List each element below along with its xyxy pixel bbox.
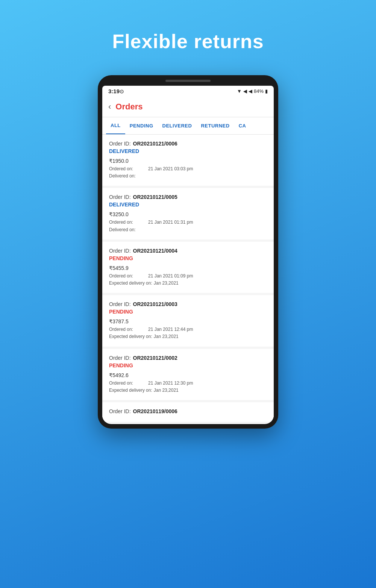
order-amount: ₹3250.0 (109, 211, 267, 217)
order-status: DELIVERED (109, 148, 267, 154)
ordered-on-value: 21 Jan 2021 12:30 pm (148, 380, 193, 387)
status-ring-icon: ⊙ (120, 88, 124, 94)
tab-delivered[interactable]: DELIVERED (158, 118, 197, 134)
secondary-value: Jan 23,2021 (154, 387, 179, 394)
phone-frame: 3:19 ⊙ ▼ ◀ ◀ 84% ▮ ‹ Orders ALL PENDING … (98, 75, 278, 429)
order-id-value: OR20210121/0005 (133, 194, 177, 200)
order-id-label: Order ID: (109, 141, 131, 147)
order-id-value: OR20210121/0006 (133, 141, 177, 147)
status-time: 3:19 (108, 88, 120, 94)
order-id-label: Order ID: (109, 355, 131, 361)
order-id-value: OR20210121/0002 (133, 355, 177, 361)
order-meta: Ordered on: 21 Jan 2021 12:44 pm Expecte… (109, 326, 267, 340)
phone-notch (165, 80, 211, 82)
ordered-on-value: 21 Jan 2021 12:44 pm (148, 326, 193, 333)
secondary-label: Expected delivery on: (109, 280, 152, 287)
order-meta: Ordered on: 21 Jan 2021 01:09 pm Expecte… (109, 273, 267, 287)
order-id-label: Order ID: (109, 248, 131, 254)
order-id-value: OR20210121/0003 (133, 301, 177, 307)
order-id-label: Order ID: (109, 194, 131, 200)
order-id-value: OR20210119/0006 (133, 408, 177, 414)
secondary-label: Expected delivery on: (109, 333, 152, 340)
ordered-on-value: 21 Jan 2021 01:31 pm (148, 219, 193, 226)
tab-pending[interactable]: PENDING (125, 118, 158, 134)
status-bar: 3:19 ⊙ ▼ ◀ ◀ 84% ▮ (102, 86, 274, 97)
tab-cancelled[interactable]: CA (234, 118, 251, 134)
page-title: Flexible returns (112, 30, 264, 53)
ordered-on-value: 21 Jan 2021 01:09 pm (148, 273, 193, 280)
orders-list: Order ID: OR20210121/0006 DELIVERED ₹195… (102, 135, 274, 422)
order-id-value: OR20210121/0004 (133, 248, 177, 254)
screen-title: Orders (115, 102, 143, 112)
order-status: PENDING (109, 309, 267, 315)
tab-returned[interactable]: RETURNED (196, 118, 234, 134)
order-status: DELIVERED (109, 202, 267, 208)
ordered-on-label: Ordered on: (109, 273, 147, 280)
order-meta: Ordered on: 21 Jan 2021 12:30 pm Expecte… (109, 380, 267, 394)
order-status: PENDING (109, 362, 267, 368)
phone-screen: ‹ Orders ALL PENDING DELIVERED RETURNED … (102, 97, 274, 424)
order-status: PENDING (109, 255, 267, 261)
secondary-value: Jan 23,2021 (154, 333, 179, 340)
secondary-label: Delivered on: (109, 226, 147, 233)
tab-all[interactable]: ALL (106, 117, 125, 134)
order-card[interactable]: Order ID: OR20210121/0004 PENDING ₹5455.… (102, 242, 274, 293)
secondary-value: Jan 23,2021 (154, 280, 179, 287)
back-button[interactable]: ‹ (108, 102, 111, 112)
ordered-on-label: Ordered on: (109, 219, 147, 226)
order-amount: ₹5492.6 (109, 372, 267, 378)
tabs-bar: ALL PENDING DELIVERED RETURNED CA (102, 117, 274, 135)
battery-icon: ▮ (265, 88, 268, 94)
app-header: ‹ Orders (102, 97, 274, 117)
order-amount: ₹3787.5 (109, 318, 267, 324)
secondary-label: Expected delivery on: (109, 387, 152, 394)
ordered-on-label: Ordered on: (109, 326, 147, 333)
signal-icon: ◀ (243, 88, 247, 94)
order-meta: Ordered on: 21 Jan 2021 03:03 pm Deliver… (109, 165, 267, 180)
order-card[interactable]: Order ID: OR20210121/0003 PENDING ₹3787.… (102, 295, 274, 346)
order-card[interactable]: Order ID: OR20210119/0006 (102, 402, 274, 422)
order-id-label: Order ID: (109, 301, 131, 307)
signal-icon-2: ◀ (249, 88, 252, 94)
status-icons: ▼ ◀ ◀ 84% ▮ (237, 88, 268, 94)
secondary-label: Delivered on: (109, 173, 147, 180)
wifi-icon: ▼ (237, 88, 242, 94)
order-card[interactable]: Order ID: OR20210121/0006 DELIVERED ₹195… (102, 135, 274, 186)
order-meta: Ordered on: 21 Jan 2021 01:31 pm Deliver… (109, 219, 267, 233)
order-card[interactable]: Order ID: OR20210121/0002 PENDING ₹5492.… (102, 349, 274, 400)
order-amount: ₹1950.0 (109, 158, 267, 164)
ordered-on-value: 21 Jan 2021 03:03 pm (148, 165, 193, 173)
order-card[interactable]: Order ID: OR20210121/0005 DELIVERED ₹325… (102, 188, 274, 239)
ordered-on-label: Ordered on: (109, 380, 147, 387)
order-amount: ₹5455.9 (109, 265, 267, 271)
ordered-on-label: Ordered on: (109, 165, 147, 173)
battery-label: 84% (254, 88, 264, 94)
order-id-label: Order ID: (109, 408, 131, 414)
